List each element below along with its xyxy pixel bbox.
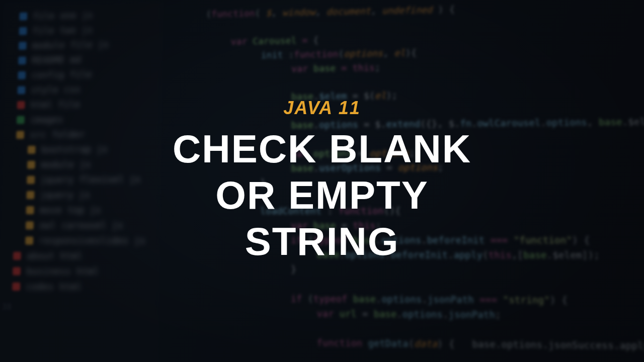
headline-line-2: OR EMPTY <box>173 172 471 218</box>
headline-text: CHECK BLANK OR EMPTY STRING <box>173 126 471 264</box>
eyebrow-text: JAVA 11 <box>283 98 360 119</box>
thumbnail-root: file one jsfile two jsmodule file jsREAD… <box>0 0 644 362</box>
headline-line-3: STRING <box>173 218 471 264</box>
title-overlay: JAVA 11 CHECK BLANK OR EMPTY STRING <box>0 0 644 362</box>
headline-line-1: CHECK BLANK <box>173 126 471 172</box>
